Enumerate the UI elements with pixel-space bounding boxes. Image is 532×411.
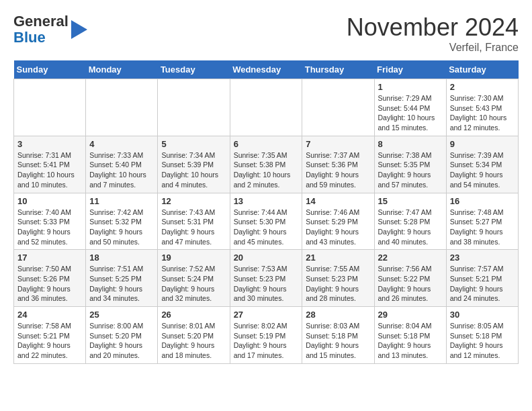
day-number: 7 xyxy=(306,139,370,149)
day-info: Sunrise: 7:52 AM Sunset: 5:24 PM Dayligh… xyxy=(161,264,226,304)
day-info: Sunrise: 7:56 AM Sunset: 5:22 PM Dayligh… xyxy=(378,264,443,304)
table-row: 14Sunrise: 7:46 AM Sunset: 5:29 PM Dayli… xyxy=(302,193,374,250)
table-row: 24Sunrise: 7:58 AM Sunset: 5:21 PM Dayli… xyxy=(14,307,86,364)
table-row: 28Sunrise: 8:03 AM Sunset: 5:18 PM Dayli… xyxy=(302,307,374,364)
table-row: 5Sunrise: 7:34 AM Sunset: 5:39 PM Daylig… xyxy=(158,136,230,193)
table-row: 23Sunrise: 7:57 AM Sunset: 5:21 PM Dayli… xyxy=(446,250,518,307)
day-number: 14 xyxy=(306,196,370,206)
table-row: 7Sunrise: 7:37 AM Sunset: 5:36 PM Daylig… xyxy=(302,136,374,193)
day-number: 18 xyxy=(89,253,154,263)
table-row: 15Sunrise: 7:47 AM Sunset: 5:28 PM Dayli… xyxy=(374,193,446,250)
day-number: 1 xyxy=(378,82,443,92)
day-number: 16 xyxy=(450,196,515,206)
header-thursday: Thursday xyxy=(302,60,374,79)
day-info: Sunrise: 7:35 AM Sunset: 5:38 PM Dayligh… xyxy=(234,150,299,190)
day-info: Sunrise: 8:00 AM Sunset: 5:20 PM Dayligh… xyxy=(89,321,154,361)
day-info: Sunrise: 7:34 AM Sunset: 5:39 PM Dayligh… xyxy=(161,150,226,190)
logo-blue: Blue xyxy=(13,29,46,46)
page-header: General Blue November 2024 Verfeil, Fran… xyxy=(13,13,519,54)
logo: General Blue xyxy=(13,13,87,46)
table-row: 3Sunrise: 7:31 AM Sunset: 5:41 PM Daylig… xyxy=(14,136,86,193)
day-info: Sunrise: 7:46 AM Sunset: 5:29 PM Dayligh… xyxy=(306,208,370,247)
day-info: Sunrise: 8:03 AM Sunset: 5:18 PM Dayligh… xyxy=(306,321,370,361)
header-monday: Monday xyxy=(86,60,158,79)
table-row xyxy=(302,79,374,136)
day-number: 30 xyxy=(450,310,515,320)
table-row: 1Sunrise: 7:29 AM Sunset: 5:44 PM Daylig… xyxy=(374,79,446,136)
day-number: 23 xyxy=(450,253,515,263)
table-row: 30Sunrise: 8:05 AM Sunset: 5:18 PM Dayli… xyxy=(446,307,518,364)
logo-icon xyxy=(71,20,87,39)
day-info: Sunrise: 7:53 AM Sunset: 5:23 PM Dayligh… xyxy=(234,264,299,304)
calendar-week-row: 1Sunrise: 7:29 AM Sunset: 5:44 PM Daylig… xyxy=(14,79,519,136)
table-row: 17Sunrise: 7:50 AM Sunset: 5:26 PM Dayli… xyxy=(14,250,86,307)
month-title: November 2024 xyxy=(347,13,519,42)
table-row: 27Sunrise: 8:02 AM Sunset: 5:19 PM Dayli… xyxy=(230,307,302,364)
day-number: 28 xyxy=(306,310,370,320)
day-number: 29 xyxy=(378,310,443,320)
day-info: Sunrise: 7:55 AM Sunset: 5:23 PM Dayligh… xyxy=(306,264,370,304)
header-friday: Friday xyxy=(374,60,446,79)
table-row xyxy=(230,79,302,136)
day-info: Sunrise: 7:38 AM Sunset: 5:35 PM Dayligh… xyxy=(378,150,443,190)
calendar-header-row: Sunday Monday Tuesday Wednesday Thursday… xyxy=(14,60,519,79)
table-row: 19Sunrise: 7:52 AM Sunset: 5:24 PM Dayli… xyxy=(158,250,230,307)
table-row: 13Sunrise: 7:44 AM Sunset: 5:30 PM Dayli… xyxy=(230,193,302,250)
day-number: 2 xyxy=(450,82,515,92)
day-info: Sunrise: 7:44 AM Sunset: 5:30 PM Dayligh… xyxy=(234,208,299,247)
header-tuesday: Tuesday xyxy=(158,60,230,79)
day-number: 4 xyxy=(89,139,154,149)
day-info: Sunrise: 7:43 AM Sunset: 5:31 PM Dayligh… xyxy=(161,208,226,247)
day-number: 15 xyxy=(378,196,443,206)
day-info: Sunrise: 8:05 AM Sunset: 5:18 PM Dayligh… xyxy=(450,321,515,361)
logo-general: General xyxy=(13,13,69,30)
day-number: 12 xyxy=(161,196,226,206)
table-row: 11Sunrise: 7:42 AM Sunset: 5:32 PM Dayli… xyxy=(86,193,158,250)
table-row: 6Sunrise: 7:35 AM Sunset: 5:38 PM Daylig… xyxy=(230,136,302,193)
day-number: 19 xyxy=(161,253,226,263)
day-info: Sunrise: 7:58 AM Sunset: 5:21 PM Dayligh… xyxy=(17,321,82,361)
table-row: 4Sunrise: 7:33 AM Sunset: 5:40 PM Daylig… xyxy=(86,136,158,193)
day-info: Sunrise: 7:39 AM Sunset: 5:34 PM Dayligh… xyxy=(450,150,515,190)
calendar-week-row: 10Sunrise: 7:40 AM Sunset: 5:33 PM Dayli… xyxy=(14,193,519,250)
location: Verfeil, France xyxy=(347,42,519,54)
day-number: 13 xyxy=(234,196,299,206)
day-info: Sunrise: 7:30 AM Sunset: 5:43 PM Dayligh… xyxy=(450,93,515,133)
day-number: 10 xyxy=(17,196,82,206)
day-info: Sunrise: 7:40 AM Sunset: 5:33 PM Dayligh… xyxy=(17,208,82,247)
day-info: Sunrise: 7:31 AM Sunset: 5:41 PM Dayligh… xyxy=(17,150,82,190)
title-block: November 2024 Verfeil, France xyxy=(347,13,519,54)
svg-marker-0 xyxy=(71,20,87,39)
table-row: 29Sunrise: 8:04 AM Sunset: 5:18 PM Dayli… xyxy=(374,307,446,364)
day-info: Sunrise: 8:02 AM Sunset: 5:19 PM Dayligh… xyxy=(234,321,299,361)
day-info: Sunrise: 7:37 AM Sunset: 5:36 PM Dayligh… xyxy=(306,150,370,190)
table-row: 22Sunrise: 7:56 AM Sunset: 5:22 PM Dayli… xyxy=(374,250,446,307)
day-info: Sunrise: 7:42 AM Sunset: 5:32 PM Dayligh… xyxy=(89,208,154,247)
header-saturday: Saturday xyxy=(446,60,518,79)
day-number: 21 xyxy=(306,253,370,263)
table-row: 8Sunrise: 7:38 AM Sunset: 5:35 PM Daylig… xyxy=(374,136,446,193)
day-number: 11 xyxy=(89,196,154,206)
calendar-week-row: 24Sunrise: 7:58 AM Sunset: 5:21 PM Dayli… xyxy=(14,307,519,364)
day-info: Sunrise: 8:04 AM Sunset: 5:18 PM Dayligh… xyxy=(378,321,443,361)
table-row: 10Sunrise: 7:40 AM Sunset: 5:33 PM Dayli… xyxy=(14,193,86,250)
day-info: Sunrise: 7:29 AM Sunset: 5:44 PM Dayligh… xyxy=(378,93,443,133)
table-row: 25Sunrise: 8:00 AM Sunset: 5:20 PM Dayli… xyxy=(86,307,158,364)
day-number: 26 xyxy=(161,310,226,320)
day-number: 27 xyxy=(234,310,299,320)
day-number: 22 xyxy=(378,253,443,263)
day-number: 3 xyxy=(17,139,82,149)
day-number: 20 xyxy=(234,253,299,263)
day-info: Sunrise: 7:48 AM Sunset: 5:27 PM Dayligh… xyxy=(450,208,515,247)
table-row: 21Sunrise: 7:55 AM Sunset: 5:23 PM Dayli… xyxy=(302,250,374,307)
table-row: 16Sunrise: 7:48 AM Sunset: 5:27 PM Dayli… xyxy=(446,193,518,250)
table-row: 2Sunrise: 7:30 AM Sunset: 5:43 PM Daylig… xyxy=(446,79,518,136)
day-info: Sunrise: 7:50 AM Sunset: 5:26 PM Dayligh… xyxy=(17,264,82,304)
day-number: 9 xyxy=(450,139,515,149)
table-row xyxy=(86,79,158,136)
day-info: Sunrise: 7:47 AM Sunset: 5:28 PM Dayligh… xyxy=(378,208,443,247)
day-number: 5 xyxy=(161,139,226,149)
calendar-week-row: 3Sunrise: 7:31 AM Sunset: 5:41 PM Daylig… xyxy=(14,136,519,193)
day-info: Sunrise: 7:51 AM Sunset: 5:25 PM Dayligh… xyxy=(89,264,154,304)
day-info: Sunrise: 7:57 AM Sunset: 5:21 PM Dayligh… xyxy=(450,264,515,304)
